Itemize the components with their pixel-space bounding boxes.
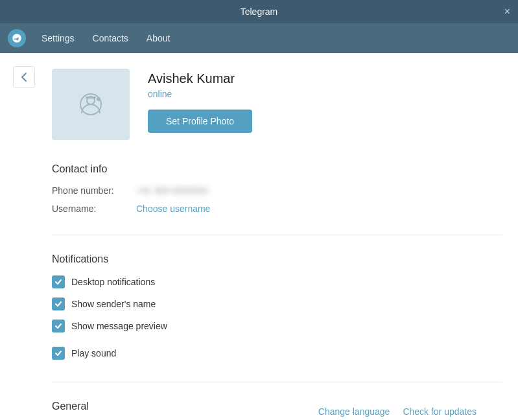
username-label: Username: xyxy=(52,204,136,214)
general-header: General Change language Check for update… xyxy=(52,401,502,420)
checkbox-desktop[interactable] xyxy=(52,275,65,288)
notifications-section: Notifications Desktop notifications Show… xyxy=(0,246,518,377)
notification-item-sound: Play sound xyxy=(52,347,502,360)
general-section: General Change language Check for update… xyxy=(0,393,518,420)
divider-1 xyxy=(52,235,502,235)
menu-item-contacts[interactable]: Contacts xyxy=(85,29,136,47)
app-logo xyxy=(8,29,26,47)
svg-rect-2 xyxy=(86,97,96,99)
title-bar: Telegram × xyxy=(0,0,518,23)
username-row: Username: Choose username xyxy=(52,204,502,214)
message-preview-label: Show message preview xyxy=(71,321,167,331)
phone-row: Phone number: +91 900-0000000 xyxy=(52,185,502,196)
profile-section: Avishek Kumar online Set Profile Photo xyxy=(0,53,518,156)
profile-name: Avishek Kumar xyxy=(148,71,252,86)
checkbox-sender[interactable] xyxy=(52,298,65,310)
profile-status: online xyxy=(148,89,252,99)
check-updates-link[interactable]: Check for updates xyxy=(403,406,477,417)
profile-info: Avishek Kumar online Set Profile Photo xyxy=(148,69,252,133)
notification-item-preview: Show message preview xyxy=(52,320,502,332)
notifications-title: Notifications xyxy=(52,253,502,265)
menu-item-about[interactable]: About xyxy=(139,29,178,47)
play-sound-label: Play sound xyxy=(71,348,116,358)
close-button[interactable]: × xyxy=(504,6,510,17)
contact-info-title: Contact info xyxy=(52,163,502,175)
menu-bar: Settings Contacts About xyxy=(0,23,518,53)
avatar-container xyxy=(52,69,130,140)
choose-username-link[interactable]: Choose username xyxy=(136,204,210,214)
notification-item-desktop: Desktop notifications xyxy=(52,275,502,288)
checkbox-preview[interactable] xyxy=(52,320,65,332)
contact-info-section: Contact info Phone number: +91 900-00000… xyxy=(0,156,518,229)
app-title: Telegram xyxy=(241,6,278,17)
checkbox-sound[interactable] xyxy=(52,347,65,360)
phone-label: Phone number: xyxy=(52,185,136,196)
menu-item-settings[interactable]: Settings xyxy=(34,29,82,47)
general-title: General xyxy=(52,401,89,412)
general-links: Change language Check for updates xyxy=(318,406,477,417)
svg-point-3 xyxy=(97,97,100,101)
desktop-notifications-label: Desktop notifications xyxy=(71,277,155,287)
notification-item-sender: Show sender's name xyxy=(52,298,502,310)
change-language-link[interactable]: Change language xyxy=(318,406,390,417)
back-button[interactable] xyxy=(13,66,35,88)
set-photo-button[interactable]: Set Profile Photo xyxy=(148,110,252,133)
main-content: Avishek Kumar online Set Profile Photo C… xyxy=(0,53,518,420)
phone-value: +91 900-0000000 xyxy=(136,185,207,196)
sender-name-label: Show sender's name xyxy=(71,299,156,309)
divider-2 xyxy=(52,382,502,382)
